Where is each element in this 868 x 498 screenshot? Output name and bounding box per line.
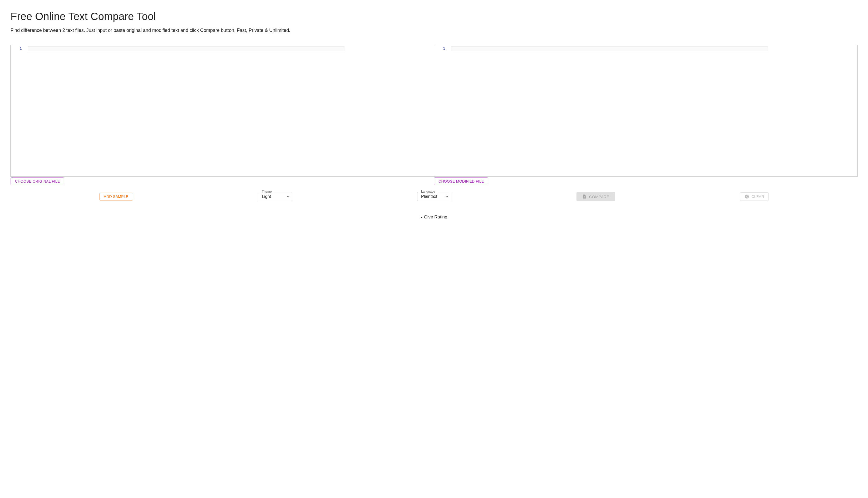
original-editor-content[interactable] xyxy=(27,45,434,176)
original-gutter: 1 xyxy=(11,45,27,176)
add-sample-button[interactable]: ADD SAMPLE xyxy=(99,193,133,200)
choose-modified-file-button[interactable]: CHOOSE MODIFIED FILE xyxy=(434,177,488,185)
theme-select[interactable]: Theme Light xyxy=(258,192,292,201)
theme-select-label: Theme xyxy=(260,190,273,193)
chevron-down-icon xyxy=(286,196,289,197)
original-line-number: 1 xyxy=(11,47,22,51)
choose-original-file-button[interactable]: CHOOSE ORIGINAL FILE xyxy=(11,177,64,185)
modified-gutter: 1 xyxy=(434,45,450,176)
toolbar: ADD SAMPLE Theme Light Language Plaintex… xyxy=(11,192,857,201)
original-current-line xyxy=(28,47,344,51)
clear-button-label: CLEAR xyxy=(751,195,764,199)
modified-current-line xyxy=(451,47,768,51)
give-rating-toggle[interactable]: Give Rating xyxy=(421,214,447,220)
compare-button-label: COMPARE xyxy=(589,195,609,199)
original-editor-pane[interactable]: 1 xyxy=(11,45,434,176)
modified-editor-content[interactable] xyxy=(450,45,857,176)
file-buttons-row: CHOOSE ORIGINAL FILE CHOOSE MODIFIED FIL… xyxy=(11,177,857,185)
modified-editor-pane[interactable]: 1 xyxy=(434,45,857,176)
rating-row: Give Rating xyxy=(11,214,857,220)
diff-editor-container: 1 1 xyxy=(11,45,857,177)
language-select[interactable]: Language Plaintext xyxy=(417,192,451,201)
search-document-icon xyxy=(582,194,587,199)
page-title: Free Online Text Compare Tool xyxy=(11,11,857,22)
modified-line-number: 1 xyxy=(434,47,445,51)
chevron-down-icon xyxy=(446,196,448,197)
language-select-value: Plaintext xyxy=(421,194,437,199)
clear-button: CLEAR xyxy=(740,192,769,201)
compare-button: COMPARE xyxy=(577,192,615,201)
cancel-icon xyxy=(745,194,749,199)
page-description: Find difference between 2 text files. Ju… xyxy=(11,28,857,33)
theme-select-value: Light xyxy=(262,194,271,199)
language-select-label: Language xyxy=(420,190,436,193)
